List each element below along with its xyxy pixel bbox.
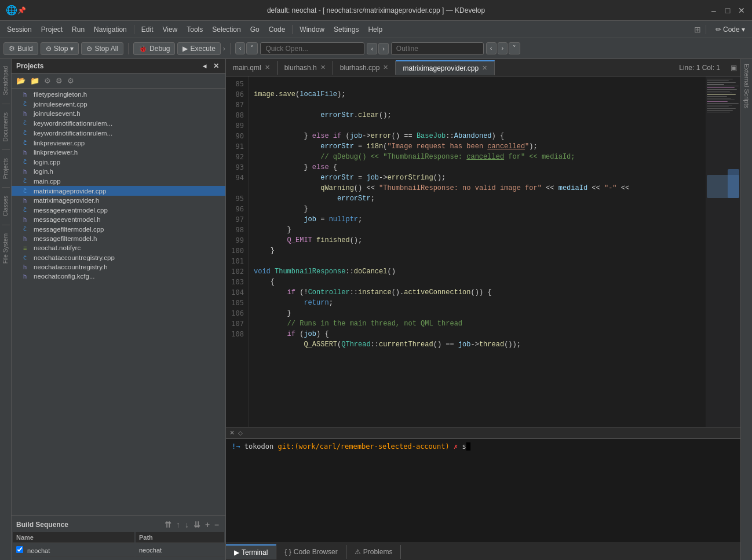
- tree-item-messageeventmodel-cpp[interactable]: c̈ messageeventmodel.cpp: [12, 205, 225, 215]
- tree-item-main-cpp[interactable]: c̈ main.cpp: [12, 176, 225, 186]
- nav-forward-dropdown[interactable]: ˅: [246, 42, 258, 54]
- external-scripts-label[interactable]: External Scripts: [742, 59, 751, 113]
- remove-build-button[interactable]: –: [213, 520, 221, 529]
- projects-panel: Projects ◂ ✕ 📂 📁 ⚙ ⚙ ⚙ h filetypesinglet…: [12, 59, 226, 560]
- tree-item-neochataccountreg-h[interactable]: h neochataccountregistry.h: [12, 262, 225, 272]
- documents-panel-label[interactable]: Documents: [1, 108, 10, 147]
- file-h-icon: h: [23, 216, 31, 223]
- debug-button[interactable]: 🐞 Debug: [133, 42, 175, 55]
- menu-go[interactable]: Go: [246, 23, 264, 36]
- file-cpp-icon: c̈: [23, 100, 31, 108]
- panel-close-icon[interactable]: ✕: [211, 61, 221, 71]
- menu-edit[interactable]: Edit: [137, 23, 158, 36]
- tab-blurhash-h[interactable]: blurhash.h ✕: [278, 61, 333, 75]
- tab-blurhash-cpp[interactable]: blurhash.cpp ✕: [333, 61, 396, 75]
- tab-matriximageprovider-cpp[interactable]: matriximageprovider.cpp ✕: [396, 60, 495, 75]
- outline-back-button[interactable]: ‹: [367, 43, 377, 54]
- tree-item-joinrulesevent-h[interactable]: h joinrulesevent.h: [12, 109, 225, 118]
- build-row[interactable]: neochat neochat: [13, 544, 224, 557]
- code-mode-button[interactable]: ✏ Code ▾: [711, 23, 750, 36]
- menu-help[interactable]: Help: [363, 23, 387, 36]
- tree-item-login-cpp[interactable]: c̈ login.cpp: [12, 157, 225, 167]
- app-logo: 🌐: [6, 5, 17, 16]
- menu-session[interactable]: Session: [2, 23, 36, 36]
- quick-open-input[interactable]: [260, 42, 364, 55]
- maximize-button[interactable]: □: [723, 6, 732, 15]
- svg-rect-9: [707, 91, 730, 91]
- tree-item-messagefiltermodel-cpp[interactable]: c̈ messagefiltermodel.cpp: [12, 224, 225, 234]
- stop-button[interactable]: ⊖ Stop ▾: [41, 42, 79, 55]
- terminal-close-icon[interactable]: ✕: [229, 429, 235, 437]
- scroll-down-button[interactable]: ↓: [183, 520, 191, 529]
- tree-item-filetypesingleton-h[interactable]: h filetypesingleton.h: [12, 90, 225, 99]
- outline-nav-down[interactable]: ˅: [509, 42, 520, 54]
- tree-item-login-h[interactable]: h login.h: [12, 167, 225, 176]
- menu-navigation[interactable]: Navigation: [89, 23, 132, 36]
- tree-item-linkpreviewer-h[interactable]: h linkpreviewer.h: [12, 148, 225, 157]
- tab-close-icon[interactable]: ✕: [320, 64, 326, 71]
- menu-code[interactable]: Code: [264, 23, 290, 36]
- outline-input[interactable]: [391, 42, 484, 55]
- tree-item-neochat-notifyrc[interactable]: ≡ neochat.notifyrc: [12, 243, 225, 252]
- add-build-button[interactable]: +: [203, 520, 211, 529]
- col-name-header: Name: [13, 532, 134, 543]
- tab-close-icon[interactable]: ✕: [265, 64, 270, 71]
- svg-rect-5: [707, 84, 724, 85]
- scroll-top-button[interactable]: ⇈: [163, 520, 173, 529]
- terminal-content[interactable]: !→ tokodon git:(work/carl/remember-selec…: [226, 439, 740, 543]
- stop-all-button[interactable]: ⊖ Stop All: [81, 42, 123, 55]
- build-row-checkbox[interactable]: [16, 546, 23, 553]
- svg-rect-22: [728, 169, 739, 198]
- file-cpp-icon: c̈: [23, 177, 31, 185]
- scroll-up-button[interactable]: ↑: [174, 520, 182, 529]
- more-icon[interactable]: ›: [223, 45, 225, 53]
- svg-rect-16: [707, 103, 739, 104]
- tree-item-matriximageprovider-h[interactable]: h matriximageprovider.h: [12, 196, 225, 205]
- nav-back-button[interactable]: ‹: [235, 42, 246, 54]
- tree-item-messageeventmodel-h[interactable]: h messageeventmodel.h: [12, 215, 225, 224]
- menubar: Session Project Run Navigation Edit View…: [0, 21, 752, 38]
- settings3-icon[interactable]: ⚙: [66, 75, 75, 86]
- code-area[interactable]: image.save(localFile); errorStr.clear();…: [249, 76, 706, 427]
- btab-terminal[interactable]: ▶ Terminal: [226, 544, 276, 559]
- svg-rect-19: [707, 108, 736, 109]
- settings-icon[interactable]: ⚙: [43, 75, 52, 86]
- tree-item-messagefiltermodel-h[interactable]: h messagefiltermodel.h: [12, 234, 225, 243]
- menu-selection[interactable]: Selection: [207, 23, 245, 36]
- outline-nav-back[interactable]: ‹: [486, 42, 497, 54]
- minimize-button[interactable]: –: [709, 6, 718, 15]
- tree-item-neochataccountreg-cpp[interactable]: c̈ neochataccountregistry.cpp: [12, 252, 225, 262]
- outline-forward-button[interactable]: ›: [378, 43, 389, 54]
- tree-item-linkpreviewer-cpp[interactable]: c̈ linkpreviewer.cpp: [12, 138, 225, 148]
- menu-window[interactable]: Window: [295, 23, 329, 36]
- classes-panel-label[interactable]: Classes: [1, 191, 10, 221]
- tree-item-neochatconfig[interactable]: h neochatconfig.kcfg...: [12, 272, 225, 281]
- open-folder-icon[interactable]: 📂: [15, 75, 27, 86]
- menu-tools[interactable]: Tools: [182, 23, 207, 36]
- menu-view[interactable]: View: [158, 23, 182, 36]
- tree-item-kwnotif1-cpp[interactable]: c̈ keywordnotificationrulem...: [12, 118, 225, 128]
- menu-settings[interactable]: Settings: [329, 23, 363, 36]
- tree-item-matriximageprovider-cpp[interactable]: c̈ matriximageprovider.cpp: [12, 186, 225, 196]
- scroll-bottom-button[interactable]: ⇊: [192, 520, 202, 529]
- execute-button[interactable]: ▶ Execute: [177, 42, 220, 55]
- tree-item-kwnotif2-cpp[interactable]: c̈ keywordnotificationrulem...: [12, 128, 225, 138]
- scratchpad-panel-label[interactable]: Scratchpad: [1, 61, 10, 100]
- panel-right-icon[interactable]: ▣: [727, 64, 740, 72]
- tree-item-joinrulesevent-cpp[interactable]: c̈ joinrulesevent.cpp: [12, 99, 225, 109]
- menu-project[interactable]: Project: [36, 23, 67, 36]
- settings2-icon[interactable]: ⚙: [54, 75, 64, 86]
- folder-icon[interactable]: 📁: [29, 75, 41, 86]
- file-cpp-icon: c̈: [23, 225, 31, 233]
- build-button[interactable]: ⚙ Build: [3, 42, 38, 55]
- tab-close-icon[interactable]: ✕: [482, 64, 487, 72]
- menu-run[interactable]: Run: [67, 23, 89, 36]
- outline-nav-forward[interactable]: ›: [498, 42, 508, 54]
- filesystem-panel-label[interactable]: File System: [1, 229, 10, 268]
- projects-panel-label[interactable]: Projects: [1, 153, 10, 184]
- tab-close-icon[interactable]: ✕: [383, 64, 388, 71]
- close-button[interactable]: ✕: [737, 6, 746, 15]
- tab-main-qml[interactable]: main.qml ✕: [226, 61, 278, 75]
- btab-problems[interactable]: ⚠ Problems: [346, 545, 401, 559]
- btab-code-browser[interactable]: { } Code Browser: [276, 545, 346, 559]
